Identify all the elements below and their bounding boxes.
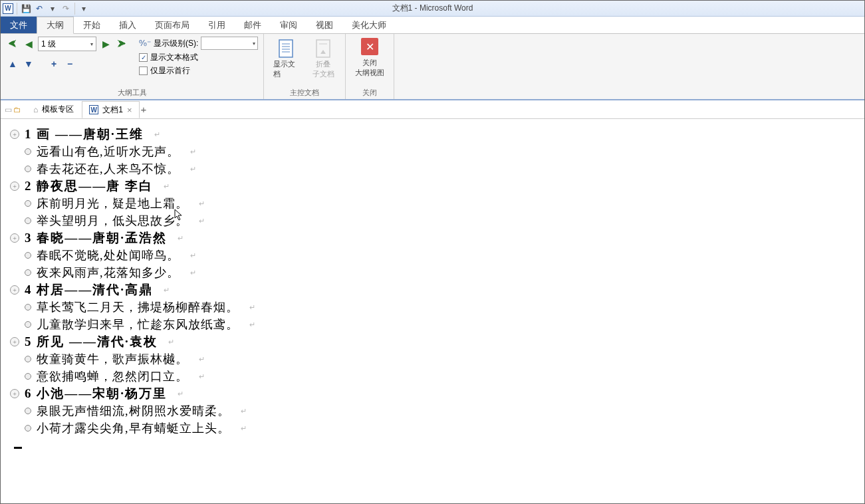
body-bullet-icon xyxy=(25,425,31,432)
body-text[interactable]: 草长莺飞二月天，拂堤杨柳醉春烟。 xyxy=(37,299,239,315)
text-caret xyxy=(14,447,22,449)
undo-icon[interactable]: ↶ xyxy=(33,3,45,15)
outline-body-row[interactable]: 春眠不觉晓,处处闻啼鸟。↵ xyxy=(10,247,855,264)
svg-rect-5 xyxy=(316,40,330,57)
outline-body-row[interactable]: 牧童骑黄牛，歌声振林樾。↵ xyxy=(10,350,855,368)
file-tab[interactable]: 文件 xyxy=(1,17,37,33)
body-bullet-icon xyxy=(25,217,31,224)
outline-body-row[interactable]: 意欲捕鸣蝉，忽然闭口立。↵ xyxy=(10,368,855,385)
body-text[interactable]: 春去花还在,人来鸟不惊。 xyxy=(37,161,180,177)
checkbox-only-firstline[interactable] xyxy=(139,66,148,75)
group-label-outline-tools: 大纲工具 xyxy=(6,86,258,99)
body-text[interactable]: 床前明月光，疑是地上霜。 xyxy=(37,195,188,211)
tab-mailings[interactable]: 邮件 xyxy=(235,17,271,33)
expand-collapse-icon[interactable]: + xyxy=(10,233,19,243)
paragraph-mark-icon: ↵ xyxy=(168,338,174,346)
tab-pagelayout[interactable]: 页面布局 xyxy=(146,17,199,33)
body-text[interactable]: 远看山有色,近听水无声。 xyxy=(37,144,180,160)
outline-heading-row[interactable]: +5 所见 ——清代·袁枚↵ xyxy=(10,333,855,350)
heading-text[interactable]: 6 小池——宋朝·杨万里 xyxy=(25,385,167,402)
close-tab-icon[interactable]: × xyxy=(127,105,132,115)
doc1-tab[interactable]: W 文档1 × xyxy=(82,101,139,118)
paragraph-mark-icon: ↵ xyxy=(199,199,205,208)
body-text[interactable]: 儿童散学归来早，忙趁东风放纸鸢。 xyxy=(37,316,239,332)
paragraph-mark-icon: ↵ xyxy=(164,182,170,191)
body-text[interactable]: 春眠不觉晓,处处闻啼鸟。 xyxy=(37,247,180,263)
heading-text[interactable]: 2 静夜思——唐 李白 xyxy=(25,178,153,195)
outline-heading-row[interactable]: +1 画 ——唐朝·王维↵ xyxy=(10,126,855,143)
template-zone-label: 模板专区 xyxy=(42,104,74,115)
outline-body-row[interactable]: 小荷才露尖尖角,早有蜻蜓立上头。↵ xyxy=(10,420,855,437)
show-document-label: 显示文档 xyxy=(273,59,299,79)
expand-collapse-icon[interactable]: + xyxy=(10,337,19,346)
heading-text[interactable]: 5 所见 ——清代·袁枚 xyxy=(25,333,158,350)
expand-collapse-icon[interactable]: + xyxy=(10,389,19,398)
heading-text[interactable]: 1 画 ——唐朝·王维 xyxy=(25,126,144,143)
expand-collapse-icon[interactable]: + xyxy=(10,182,19,191)
heading-text[interactable]: 4 村居——清代·高鼎 xyxy=(25,281,153,299)
tab-insert[interactable]: 插入 xyxy=(110,17,146,33)
outline-body-row[interactable]: 儿童散学归来早，忙趁东风放纸鸢。↵ xyxy=(10,316,855,333)
paragraph-mark-icon: ↵ xyxy=(199,217,205,225)
body-text[interactable]: 举头望明月，低头思故乡。 xyxy=(37,213,188,229)
promote-icon[interactable]: ◀ xyxy=(22,37,35,51)
show-document-icon xyxy=(275,38,297,59)
body-bullet-icon xyxy=(25,304,31,311)
undo-dropdown-icon[interactable]: ▾ xyxy=(47,3,59,15)
heading-text[interactable]: 3 春晓——唐朝·孟浩然 xyxy=(25,229,167,247)
qat-dropdown-icon[interactable]: ▾ xyxy=(78,3,90,15)
redo-icon[interactable]: ↷ xyxy=(60,3,72,15)
show-level-combo[interactable]: ▾ xyxy=(201,37,258,50)
tab-home[interactable]: 开始 xyxy=(74,17,110,33)
body-text[interactable]: 夜来风雨声,花落知多少。 xyxy=(37,265,180,281)
body-text[interactable]: 牧童骑黄牛，歌声振林樾。 xyxy=(37,351,188,367)
paragraph-mark-icon: ↵ xyxy=(190,148,196,156)
demote-to-body-icon[interactable]: ⮞ xyxy=(115,37,128,51)
expand-icon[interactable]: + xyxy=(47,57,61,70)
tab-beautify[interactable]: 美化大师 xyxy=(342,17,396,33)
outline-body-row[interactable]: 春去花还在,人来鸟不惊。↵ xyxy=(10,160,855,178)
checkbox-show-textformat[interactable]: ✓ xyxy=(139,53,148,62)
document-outline-content[interactable]: +1 画 ——唐朝·王维↵远看山有色,近听水无声。↵春去花还在,人来鸟不惊。↵+… xyxy=(1,119,864,503)
outline-body-row[interactable]: 远看山有色,近听水无声。↵ xyxy=(10,143,855,160)
new-blank-doc-icon[interactable]: ▭ xyxy=(5,105,12,114)
close-outline-view-button[interactable]: ✕ 关闭 大纲视图 xyxy=(351,37,388,79)
paragraph-mark-icon: ↵ xyxy=(190,165,196,174)
open-folder-icon[interactable]: 🗀 xyxy=(13,105,21,114)
tab-review[interactable]: 审阅 xyxy=(271,17,307,33)
expand-collapse-icon[interactable]: + xyxy=(10,130,19,139)
tab-references[interactable]: 引用 xyxy=(199,17,235,33)
ribbon-group-master-document: 显示文档 折叠 子文档 主控文档 xyxy=(264,34,346,99)
outline-heading-row[interactable]: +2 静夜思——唐 李白↵ xyxy=(10,178,855,195)
demote-icon[interactable]: ▶ xyxy=(99,37,112,51)
outline-heading-row[interactable]: +3 春晓——唐朝·孟浩然↵ xyxy=(10,229,855,247)
move-down-icon[interactable]: ▼ xyxy=(22,57,35,70)
promote-to-heading1-icon[interactable]: ⮜ xyxy=(6,37,19,51)
separator xyxy=(74,3,75,15)
template-zone-tab[interactable]: ⌂ 模板专区 xyxy=(27,101,80,118)
close-icon: ✕ xyxy=(361,38,378,55)
outline-body-row[interactable]: 举头望明月，低头思故乡。↵ xyxy=(10,212,855,229)
tab-view[interactable]: 视图 xyxy=(307,17,342,33)
outline-body-row[interactable]: 草长莺飞二月天，拂堤杨柳醉春烟。↵ xyxy=(10,299,855,316)
collapse-subdocs-label1: 折叠 xyxy=(316,59,330,69)
body-text[interactable]: 泉眼无声惜细流,树阴照水爱晴柔。 xyxy=(37,403,230,419)
save-icon[interactable]: 💾 xyxy=(20,3,32,15)
outline-body-row[interactable]: 泉眼无声惜细流,树阴照水爱晴柔。↵ xyxy=(10,402,855,420)
collapse-icon[interactable]: − xyxy=(63,57,76,70)
add-tab-icon[interactable]: + xyxy=(141,104,147,115)
outline-heading-row[interactable]: +6 小池——宋朝·杨万里↵ xyxy=(10,385,855,402)
word-app-icon[interactable]: W xyxy=(2,3,14,15)
body-text[interactable]: 意欲捕鸣蝉，忽然闭口立。 xyxy=(37,368,188,384)
move-up-icon[interactable]: ▲ xyxy=(6,57,19,70)
chevron-down-icon: ▾ xyxy=(90,41,93,47)
outline-body-row[interactable]: 夜来风雨声,花落知多少。↵ xyxy=(10,264,855,281)
outline-body-row[interactable]: 床前明月光，疑是地上霜。↵ xyxy=(10,195,855,212)
show-document-button[interactable]: 显示文档 xyxy=(269,37,303,80)
outline-heading-row[interactable]: +4 村居——清代·高鼎↵ xyxy=(10,281,855,299)
tab-outline[interactable]: 大纲 xyxy=(37,17,74,34)
expand-collapse-icon[interactable]: + xyxy=(10,285,19,295)
outline-level-combo[interactable]: 1 级 ▾ xyxy=(38,37,96,51)
body-text[interactable]: 小荷才露尖尖角,早有蜻蜓立上头。 xyxy=(37,420,230,436)
body-bullet-icon xyxy=(25,269,31,276)
